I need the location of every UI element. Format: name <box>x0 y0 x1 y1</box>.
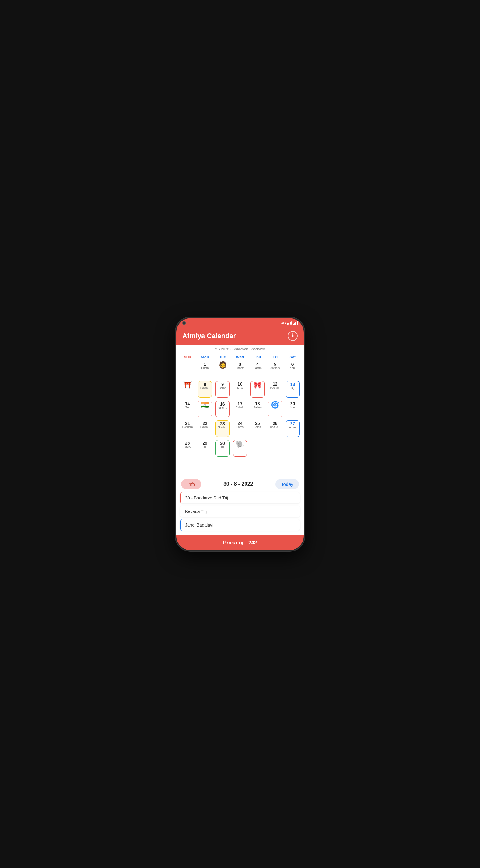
event-item-2[interactable]: Kevada Trij <box>180 506 300 517</box>
cal-cell-23[interactable]: 23 Ekada... <box>214 420 231 438</box>
cal-cell-empty <box>179 361 196 379</box>
day-num: 10 <box>238 381 242 387</box>
cal-cell-2[interactable]: 🧔 <box>214 361 231 379</box>
cal-cell-24[interactable]: 24 Baras <box>231 420 249 438</box>
tithi: Teras <box>237 386 243 390</box>
event-item-3[interactable]: Janoi Badalavi <box>180 520 300 530</box>
cal-cell-25[interactable]: 25 Teras <box>249 420 266 438</box>
month-label: YS 2078 - Shhravan Bhadarvo <box>176 345 304 352</box>
tithi: Amas <box>289 426 296 429</box>
day-num: 18 <box>255 401 260 406</box>
cal-cell-12[interactable]: 12 Poonam <box>266 380 284 399</box>
info-icon-button[interactable]: ℹ <box>288 331 298 341</box>
event-item-1[interactable]: 30 - Bhadarvo Sud Trij <box>180 492 300 503</box>
cal-cell-8[interactable]: 8 Ekada... <box>196 380 214 399</box>
tithi: Ekada... <box>200 387 210 390</box>
cal-cell-27[interactable]: 27 Amas <box>284 420 301 438</box>
event-text-3: Janoi Badalavi <box>185 523 213 527</box>
cal-cell-28[interactable]: 28 Padvo <box>179 439 196 458</box>
cal-cell-17[interactable]: 17 Chhath <box>231 400 249 418</box>
tithi: Baras <box>236 426 244 429</box>
rakhi-icon: 🎀 <box>253 382 262 389</box>
cal-cell-18[interactable]: 18 Satam <box>249 400 266 418</box>
front-camera-icon <box>182 321 186 325</box>
deity-icon: 🌀 <box>271 402 279 408</box>
prasang-bar[interactable]: Prasang - 242 <box>176 535 304 550</box>
cal-cell-19[interactable]: 🌀 <box>266 400 284 418</box>
day-num: 13 <box>290 382 295 387</box>
tithi: Ekada... <box>200 426 210 429</box>
day-num: 1 <box>204 362 206 367</box>
cal-cell-5[interactable]: 5 Aatham <box>266 361 284 379</box>
day-num: 9 <box>221 382 224 387</box>
cal-cell-3[interactable]: 3 Chhath <box>231 361 249 379</box>
cal-row-3: 14 Trij 🇮🇳 16 Panch... <box>179 400 301 418</box>
cal-cell-empty3 <box>266 439 284 458</box>
cal-cell-21[interactable]: 21 Dasham <box>179 420 196 438</box>
scroll-content[interactable]: YS 2078 - Shhravan Bhadarvo Sun Mon Tue … <box>176 345 304 476</box>
day-header-sat: Sat <box>284 355 301 359</box>
saint-icon: 🧔 <box>218 362 227 369</box>
temple-icon: ⛩️ <box>183 381 192 388</box>
day-num: 12 <box>273 381 278 387</box>
day-num: 24 <box>238 421 242 426</box>
cal-row-1: 1 Choth 🧔 3 Chhath <box>179 361 301 379</box>
cal-cell-empty2 <box>249 439 266 458</box>
cal-cell-1[interactable]: 1 Choth <box>196 361 214 379</box>
cal-row-2: ⛩️ 8 Ekada... 9 Baras <box>179 380 301 399</box>
info-button[interactable]: Info <box>181 479 201 489</box>
cal-cell-temple[interactable]: ⛩️ <box>179 380 196 399</box>
today-button[interactable]: Today <box>275 479 299 489</box>
phone-frame: 4G Atmiya Calendar ℹ YS 2078 - Shhravan … <box>175 317 305 551</box>
tithi: Baras <box>219 387 226 390</box>
cal-cell-9[interactable]: 9 Baras <box>214 380 231 399</box>
day-headers-row: Sun Mon Tue Wed Thu Fri Sat <box>179 352 301 361</box>
tithi: Aatham <box>270 367 280 370</box>
cal-cell-13[interactable]: 13 Bij <box>284 380 301 399</box>
cal-cell-6[interactable]: 6 Nom <box>284 361 301 379</box>
event-text-1: 30 - Bhadarvo Sud Trij <box>185 495 228 500</box>
cal-cell-14[interactable]: 14 Trij <box>179 400 196 418</box>
day-header-sun: Sun <box>179 355 196 359</box>
tithi: Teras <box>254 426 261 429</box>
day-num: 22 <box>202 421 207 426</box>
day-num: 3 <box>239 362 241 367</box>
day-num: 17 <box>238 401 242 406</box>
cal-cell-22[interactable]: 22 Ekada... <box>196 420 214 438</box>
flag-india-icon: 🇮🇳 <box>201 402 209 408</box>
day-header-fri: Fri <box>266 355 284 359</box>
date-nav: Info 30 - 8 - 2022 Today <box>176 476 304 492</box>
tithi: Poonam <box>270 386 280 390</box>
day-num: 14 <box>185 401 190 406</box>
tithi: Bij <box>291 387 294 390</box>
day-num: 26 <box>273 421 278 426</box>
cal-cell-26[interactable]: 26 Chaud... <box>266 420 284 438</box>
tithi: Satam <box>253 406 262 409</box>
day-header-tue: Tue <box>214 355 231 359</box>
cal-cell-31[interactable]: 🐘 <box>231 439 249 458</box>
tithi: Ekada... <box>217 426 228 429</box>
tithi: Trij <box>220 446 224 449</box>
prasang-label: Prasang - 242 <box>223 540 257 546</box>
ganesha-icon: 🐘 <box>236 441 244 448</box>
day-num: 6 <box>292 362 294 367</box>
cal-cell-29[interactable]: 29 Bij <box>196 439 214 458</box>
cal-cell-20[interactable]: 20 Nom <box>284 400 301 418</box>
tithi: Chhath <box>235 406 244 409</box>
cal-row-4: 21 Dasham 22 Ekada... 23 Ekada... <box>179 420 301 438</box>
day-num: 27 <box>290 421 295 427</box>
day-header-wed: Wed <box>231 355 249 359</box>
cal-cell-empty4 <box>284 439 301 458</box>
app-header: Atmiya Calendar ℹ <box>176 328 304 345</box>
cal-cell-10[interactable]: 10 Teras <box>231 380 249 399</box>
day-num: 29 <box>202 441 207 446</box>
event-text-2: Kevada Trij <box>185 509 207 514</box>
cal-cell-15[interactable]: 🇮🇳 <box>196 400 214 418</box>
cal-cell-16[interactable]: 16 Panch... <box>214 400 231 418</box>
calendar-grid: Sun Mon Tue Wed Thu Fri Sat 1 Choth <box>176 352 304 458</box>
cal-cell-4[interactable]: 4 Satam <box>249 361 266 379</box>
signal-label: 4G <box>281 321 286 325</box>
cal-cell-30[interactable]: 30 Trij <box>214 439 231 458</box>
cal-cell-11[interactable]: 🎀 <box>249 380 266 399</box>
day-header-thu: Thu <box>249 355 266 359</box>
